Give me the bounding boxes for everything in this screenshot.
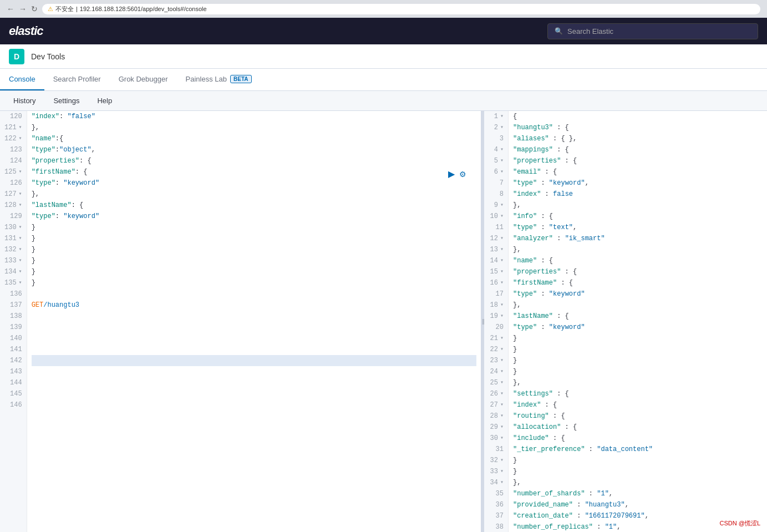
code-line: } (32, 244, 476, 255)
beta-badge: BETA (230, 75, 251, 83)
result-line: "settings" : { (513, 388, 763, 399)
url-bar[interactable]: ⚠ 不安全 | 192.168.188.128:5601/app/dev_too… (42, 4, 760, 14)
tab-grok-debugger[interactable]: Grok Debugger (110, 68, 177, 90)
result-line: "include" : { (513, 433, 763, 444)
code-line: "type": "keyword" (32, 178, 476, 189)
code-line: } (32, 222, 476, 233)
code-line: } (32, 233, 476, 244)
search-placeholder: Search Elastic (567, 27, 613, 36)
code-line (32, 399, 476, 411)
result-line: "number_of_shards" : "1", (513, 488, 763, 499)
result-line: }, (513, 377, 763, 388)
code-line: "lastName": { (32, 200, 476, 211)
app-logo: elastic (9, 24, 43, 38)
result-panel: 1▾ 2▾ 3 4▾ 5▾ 6▾ 7 8 9▾ 10▾ 11 12▾ 13▾ 1… (484, 111, 767, 532)
settings-button[interactable]: Settings (49, 94, 84, 107)
code-line: "type": "keyword" (32, 211, 476, 222)
code-line: "firstName": { (32, 166, 476, 178)
result-line: } (513, 366, 763, 377)
code-line (32, 311, 476, 322)
code-line (32, 333, 476, 344)
result-line: "lastName" : { (513, 311, 763, 322)
app-subheader: D Dev Tools (0, 44, 767, 69)
result-line: }, (513, 244, 763, 255)
result-line: "routing" : { (513, 411, 763, 422)
result-line: "aliases" : { }, (513, 133, 763, 144)
result-line: "info" : { (513, 211, 763, 222)
result-line: "index" : false (513, 189, 763, 200)
tab-search-profiler[interactable]: Search Profiler (44, 68, 110, 90)
result-line: }, (513, 200, 763, 211)
code-line-active (32, 355, 476, 366)
watermark: CSDN @慌涩L (719, 519, 760, 528)
editor-code-area[interactable]: 120 121▾ 122▾ 123 124 125▾ 126 127▾ 128▾… (0, 111, 481, 532)
search-icon: 🔍 (555, 27, 563, 35)
url-text: 192.168.188.128:5601/app/dev_tools#/cons… (80, 6, 207, 12)
code-line: } (32, 277, 476, 288)
code-line: }, (32, 189, 476, 200)
code-line (32, 366, 476, 377)
result-line: "analyzer" : "ik_smart" (513, 233, 763, 244)
result-line: "_tier_preference" : "data_content" (513, 444, 763, 455)
result-line: "type" : "text", (513, 222, 763, 233)
result-line: "email" : { (513, 166, 763, 178)
result-line: "mappings" : { (513, 144, 763, 155)
editor-code-content[interactable]: "index": "false" }, "name":{ "type":"obj… (27, 111, 481, 532)
code-line: "name":{ (32, 133, 476, 144)
result-line: "index" : { (513, 399, 763, 411)
code-line (32, 377, 476, 388)
result-line: "huangtu3" : { (513, 122, 763, 133)
result-line: "allocation" : { (513, 422, 763, 433)
main-content: 120 121▾ 122▾ 123 124 125▾ 126 127▾ 128▾… (0, 111, 767, 532)
result-line-numbers: 1▾ 2▾ 3 4▾ 5▾ 6▾ 7 8 9▾ 10▾ 11 12▾ 13▾ 1… (484, 111, 509, 532)
code-line (32, 288, 476, 300)
result-line: } (513, 455, 763, 466)
result-line: } (513, 355, 763, 366)
code-line: } (32, 266, 476, 277)
app-header: elastic 🔍 Search Elastic (0, 18, 767, 44)
global-search[interactable]: 🔍 Search Elastic (547, 23, 758, 39)
result-line: "type" : "keyword" (513, 322, 763, 333)
result-code-area[interactable]: 1▾ 2▾ 3 4▾ 5▾ 6▾ 7 8 9▾ 10▾ 11 12▾ 13▾ 1… (484, 111, 767, 532)
app-icon-badge: D (9, 49, 24, 64)
config-button[interactable]: ⚙ (458, 169, 468, 180)
back-button[interactable]: ← (7, 4, 14, 13)
tabs-row: Console Search Profiler Grok Debugger Pa… (0, 69, 767, 91)
code-line: } (32, 255, 476, 266)
code-line (32, 344, 476, 355)
toolbar-row: History Settings Help (0, 91, 767, 111)
history-button[interactable]: History (9, 94, 40, 107)
result-line: "type" : "keyword" (513, 288, 763, 300)
editor-panel: 120 121▾ 122▾ 123 124 125▾ 126 127▾ 128▾… (0, 111, 482, 532)
result-line: }, (513, 300, 763, 311)
app-name: Dev Tools (31, 52, 65, 61)
code-line: }, (32, 122, 476, 133)
code-line: "properties": { (32, 155, 476, 166)
result-line: "properties" : { (513, 155, 763, 166)
line-numbers: 120 121▾ 122▾ 123 124 125▾ 126 127▾ 128▾… (0, 111, 27, 532)
url-separator: | (76, 6, 78, 12)
result-line: "provided_name" : "huangtu3", (513, 499, 763, 510)
code-line: "type":"object", (32, 144, 476, 155)
tab-console[interactable]: Console (0, 68, 44, 90)
reload-button[interactable]: ↻ (31, 4, 38, 13)
result-line: } (513, 466, 763, 477)
http-code-line: GET /huangtu3 (32, 300, 476, 311)
result-code-content: { "huangtu3" : { "aliases" : { }, "mappi… (509, 111, 767, 532)
result-line: }, (513, 477, 763, 488)
tab-painless-lab[interactable]: Painless Lab BETA (177, 68, 261, 90)
result-line: } (513, 344, 763, 355)
result-line: { (513, 111, 763, 122)
code-line (32, 322, 476, 333)
browser-bar: ← → ↻ ⚠ 不安全 | 192.168.188.128:5601/app/d… (0, 0, 767, 18)
result-line: "properties" : { (513, 266, 763, 277)
action-buttons: ▶ ⚙ (447, 168, 468, 180)
run-button[interactable]: ▶ (447, 168, 456, 180)
forward-button[interactable]: → (19, 4, 27, 13)
url-warning-text: 不安全 (55, 5, 74, 13)
result-line: } (513, 333, 763, 344)
code-line: "index": "false" (32, 111, 476, 122)
code-line (32, 388, 476, 399)
help-button[interactable]: Help (93, 94, 116, 107)
result-line: "name" : { (513, 255, 763, 266)
